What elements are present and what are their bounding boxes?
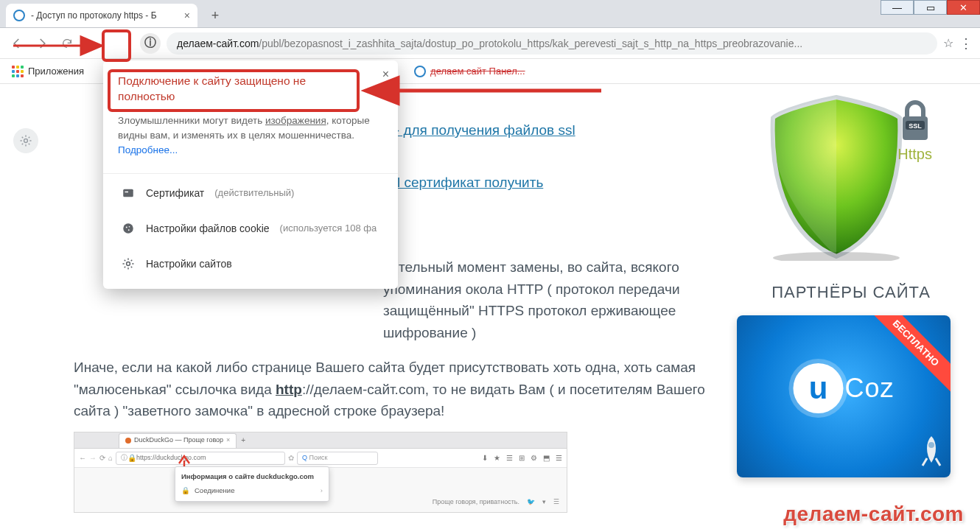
- svg-text:SSL: SSL: [909, 122, 922, 130]
- shield-graphic: SSL Https: [755, 91, 947, 261]
- https-label: Https: [897, 146, 932, 163]
- bookmark-star-icon[interactable]: ☆: [943, 36, 953, 50]
- svg-point-6: [127, 262, 130, 265]
- svg-rect-0: [123, 189, 133, 197]
- cookie-icon: [121, 221, 136, 236]
- apps-grid-icon: [12, 66, 24, 77]
- certificate-icon: [121, 186, 136, 200]
- window-minimize[interactable]: —: [881, 0, 914, 15]
- svg-point-2: [123, 223, 133, 234]
- svg-point-12: [928, 442, 934, 448]
- site-info-icon[interactable]: ⓘ: [140, 33, 161, 54]
- embedded-screenshot: DuckDuckGo — Проще говор × + ←→⟳⌂ ⓘ 🔒 ht…: [74, 432, 567, 513]
- inner-search-field: Q Поиск: [297, 452, 378, 465]
- url-bar[interactable]: делаем-сайт.com/publ/bezopasnost_i_zashh…: [167, 32, 937, 55]
- svg-point-8: [773, 252, 900, 261]
- svg-point-7: [24, 139, 28, 143]
- inner-footer: Проще говоря, приватность. 🐦▾☰: [433, 497, 559, 508]
- new-tab-button[interactable]: +: [205, 5, 225, 26]
- browser-menu-icon[interactable]: ⋮: [959, 35, 973, 52]
- svg-point-4: [129, 226, 130, 228]
- inner-site-info-popup: Информация о сайте duckduckgo.com 🔒Соеди…: [175, 466, 329, 501]
- apps-button[interactable]: Приложения: [12, 66, 84, 77]
- tab-strip: - Доступ по протоколу https - Б × +: [0, 0, 980, 28]
- article-link-1[interactable]: а - для получения файлов ssl: [383, 122, 575, 138]
- annotation-arrow-right: [361, 72, 604, 109]
- article-link-2[interactable]: ssl сертификат получить: [383, 175, 543, 190]
- url-path: /publ/bezopasnost_i_zashhita_sajta/dostu…: [259, 38, 802, 49]
- site-settings-row[interactable]: Настройки сайтов: [118, 246, 383, 281]
- ucoz-u-icon: u: [793, 363, 843, 413]
- ucoz-banner[interactable]: u Coz БЕСПЛАТНО: [737, 315, 951, 477]
- tab-close-icon[interactable]: ×: [184, 10, 190, 21]
- rocket-icon: [918, 435, 945, 467]
- inner-url-field: ⓘ 🔒 https://duckduckgo.com: [116, 452, 285, 465]
- toolbar: ⓘ делаем-сайт.com/publ/bezopasnost_i_zas…: [0, 28, 980, 59]
- page-settings-icon[interactable]: [13, 128, 38, 153]
- annotation-box-info-icon: [102, 29, 131, 62]
- apps-label: Приложения: [28, 66, 84, 77]
- ssl-badge: SSL Https: [897, 99, 932, 163]
- inner-tab: DuckDuckGo — Проще говор ×: [119, 433, 237, 448]
- popup-warning-body: Злоумышленники могут видеть изображения,…: [118, 113, 383, 158]
- cookie-settings-row[interactable]: Настройки файлов cookie (используется 10…: [118, 211, 383, 246]
- browser-tab[interactable]: - Доступ по протоколу https - Б ×: [6, 4, 197, 27]
- annotation-box-popup-title: [108, 69, 360, 112]
- left-gutter: [0, 84, 52, 529]
- svg-point-3: [126, 226, 127, 228]
- svg-rect-1: [125, 191, 129, 192]
- window-close[interactable]: ✕: [947, 0, 980, 15]
- certificate-row[interactable]: Сертификат (действительный): [118, 175, 383, 211]
- learn-more-link[interactable]: Подробнее...: [118, 144, 178, 155]
- annotation-arrow-left: [10, 29, 103, 62]
- inner-padlock-icon: 🔒: [181, 486, 190, 497]
- partners-heading: ПАРТНЁРЫ САЙТА: [737, 283, 965, 302]
- svg-point-5: [128, 229, 130, 231]
- article-paragraph-2: Иначе, если на какой либо странице Вашег…: [74, 357, 729, 421]
- inner-lock-icon: 🔒: [127, 452, 136, 464]
- tab-title: - Доступ по протоколу https - Б: [31, 10, 157, 21]
- article-paragraph-1: нительный момент замены, во сайта, всяко…: [383, 256, 729, 343]
- url-host: делаем-сайт.com: [177, 38, 259, 49]
- globe-icon: [13, 10, 25, 21]
- window-maximize[interactable]: ▭: [914, 0, 947, 15]
- sidebar: SSL Https ПАРТНЁРЫ САЙТА u Coz БЕСПЛАТНО: [737, 84, 980, 529]
- ucoz-logo: u Coz: [793, 363, 894, 413]
- gear-icon: [121, 256, 136, 271]
- watermark: делаем-сайт.com: [783, 502, 964, 526]
